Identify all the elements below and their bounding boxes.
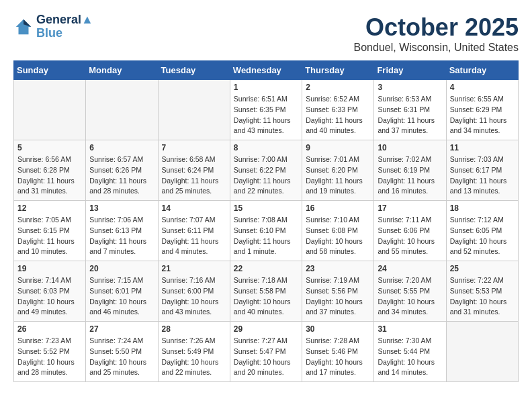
calendar-cell: 15 Sunrise: 7:08 AMSunset: 6:10 PMDaylig… xyxy=(230,201,302,261)
day-info: Sunrise: 7:15 AMSunset: 6:01 PMDaylight:… xyxy=(89,275,154,318)
calendar-cell: 12 Sunrise: 7:05 AMSunset: 6:15 PMDaylig… xyxy=(14,201,86,261)
day-info: Sunrise: 7:10 AMSunset: 6:08 PMDaylight:… xyxy=(306,215,370,257)
day-info: Sunrise: 7:01 AMSunset: 6:20 PMDaylight:… xyxy=(306,154,370,197)
calendar-cell: 7 Sunrise: 6:58 AMSunset: 6:24 PMDayligh… xyxy=(158,140,230,201)
calendar-cell: 26 Sunrise: 7:23 AMSunset: 5:52 PMDaylig… xyxy=(14,322,86,382)
calendar-cell: 20 Sunrise: 7:15 AMSunset: 6:01 PMDaylig… xyxy=(86,261,158,322)
day-info: Sunrise: 7:00 AMSunset: 6:22 PMDaylight:… xyxy=(234,154,298,197)
day-number: 30 xyxy=(306,324,370,334)
day-number: 22 xyxy=(234,264,298,273)
calendar-cell: 27 Sunrise: 7:24 AMSunset: 5:50 PMDaylig… xyxy=(86,322,158,382)
day-number: 2 xyxy=(306,83,370,92)
day-info: Sunrise: 7:06 AMSunset: 6:13 PMDaylight:… xyxy=(89,215,154,257)
calendar-cell: 28 Sunrise: 7:26 AMSunset: 5:49 PMDaylig… xyxy=(158,322,230,382)
day-number: 11 xyxy=(450,143,515,152)
day-number: 7 xyxy=(162,143,226,152)
day-header-tuesday: Tuesday xyxy=(158,61,230,80)
day-info: Sunrise: 6:51 AMSunset: 6:35 PMDaylight:… xyxy=(234,94,298,136)
day-info: Sunrise: 7:28 AMSunset: 5:46 PMDaylight:… xyxy=(306,336,370,378)
day-info: Sunrise: 7:18 AMSunset: 5:58 PMDaylight:… xyxy=(234,275,298,318)
calendar-cell: 8 Sunrise: 7:00 AMSunset: 6:22 PMDayligh… xyxy=(230,140,302,201)
day-number: 4 xyxy=(450,83,515,92)
title-block: October 2025 Bonduel, Wisconsin, United … xyxy=(354,13,519,54)
day-info: Sunrise: 7:14 AMSunset: 6:03 PMDaylight:… xyxy=(17,275,82,318)
day-info: Sunrise: 7:20 AMSunset: 5:55 PMDaylight:… xyxy=(378,275,442,318)
calendar-cell: 13 Sunrise: 7:06 AMSunset: 6:13 PMDaylig… xyxy=(86,201,158,261)
calendar-cell: 1 Sunrise: 6:51 AMSunset: 6:35 PMDayligh… xyxy=(230,80,302,140)
calendar-cell: 29 Sunrise: 7:27 AMSunset: 5:47 PMDaylig… xyxy=(230,322,302,382)
calendar-cell: 22 Sunrise: 7:18 AMSunset: 5:58 PMDaylig… xyxy=(230,261,302,322)
day-number: 31 xyxy=(378,324,442,334)
day-info: Sunrise: 6:58 AMSunset: 6:24 PMDaylight:… xyxy=(162,154,226,197)
day-info: Sunrise: 6:56 AMSunset: 6:28 PMDaylight:… xyxy=(17,154,82,197)
day-number: 10 xyxy=(378,143,442,152)
day-header-friday: Friday xyxy=(374,61,446,80)
day-number: 1 xyxy=(234,83,298,92)
day-info: Sunrise: 7:24 AMSunset: 5:50 PMDaylight:… xyxy=(89,336,154,378)
day-info: Sunrise: 7:30 AMSunset: 5:44 PMDaylight:… xyxy=(378,336,442,378)
day-number: 3 xyxy=(378,83,442,92)
day-number: 15 xyxy=(234,203,298,213)
calendar-cell: 3 Sunrise: 6:53 AMSunset: 6:31 PMDayligh… xyxy=(374,80,446,140)
day-info: Sunrise: 7:02 AMSunset: 6:19 PMDaylight:… xyxy=(378,154,442,197)
calendar-cell: 9 Sunrise: 7:01 AMSunset: 6:20 PMDayligh… xyxy=(302,140,374,201)
calendar-cell: 16 Sunrise: 7:10 AMSunset: 6:08 PMDaylig… xyxy=(302,201,374,261)
calendar-cell xyxy=(446,322,518,382)
day-header-wednesday: Wednesday xyxy=(230,61,302,80)
calendar-cell: 6 Sunrise: 6:57 AMSunset: 6:26 PMDayligh… xyxy=(86,140,158,201)
day-header-monday: Monday xyxy=(86,61,158,80)
calendar-cell: 24 Sunrise: 7:20 AMSunset: 5:55 PMDaylig… xyxy=(374,261,446,322)
day-number: 20 xyxy=(89,264,154,273)
calendar-cell: 23 Sunrise: 7:19 AMSunset: 5:56 PMDaylig… xyxy=(302,261,374,322)
day-number: 28 xyxy=(162,324,226,334)
day-number: 29 xyxy=(234,324,298,334)
calendar-cell: 31 Sunrise: 7:30 AMSunset: 5:44 PMDaylig… xyxy=(374,322,446,382)
day-info: Sunrise: 7:11 AMSunset: 6:06 PMDaylight:… xyxy=(378,215,442,257)
day-number: 12 xyxy=(17,203,82,213)
day-info: Sunrise: 7:03 AMSunset: 6:17 PMDaylight:… xyxy=(450,154,515,197)
day-number: 25 xyxy=(450,264,515,273)
day-info: Sunrise: 7:08 AMSunset: 6:10 PMDaylight:… xyxy=(234,215,298,257)
calendar-cell xyxy=(158,80,230,140)
day-number: 14 xyxy=(162,203,226,213)
day-info: Sunrise: 7:16 AMSunset: 6:00 PMDaylight:… xyxy=(162,275,226,318)
days-header-row: SundayMondayTuesdayWednesdayThursdayFrid… xyxy=(14,61,519,80)
day-number: 18 xyxy=(450,203,515,213)
day-info: Sunrise: 6:57 AMSunset: 6:26 PMDaylight:… xyxy=(89,154,154,197)
day-number: 17 xyxy=(378,203,442,213)
page-header: General▲ Blue October 2025 Bonduel, Wisc… xyxy=(13,13,519,54)
calendar-week-2: 5 Sunrise: 6:56 AMSunset: 6:28 PMDayligh… xyxy=(14,140,519,201)
logo-icon xyxy=(13,17,34,37)
calendar-week-5: 26 Sunrise: 7:23 AMSunset: 5:52 PMDaylig… xyxy=(14,322,519,382)
day-header-saturday: Saturday xyxy=(446,61,518,80)
day-number: 26 xyxy=(17,324,82,334)
calendar-cell: 11 Sunrise: 7:03 AMSunset: 6:17 PMDaylig… xyxy=(446,140,518,201)
calendar-week-3: 12 Sunrise: 7:05 AMSunset: 6:15 PMDaylig… xyxy=(14,201,519,261)
month-title: October 2025 xyxy=(354,13,519,42)
day-header-thursday: Thursday xyxy=(302,61,374,80)
location: Bonduel, Wisconsin, United States xyxy=(354,42,519,54)
day-info: Sunrise: 7:27 AMSunset: 5:47 PMDaylight:… xyxy=(234,336,298,378)
day-number: 16 xyxy=(306,203,370,213)
day-info: Sunrise: 7:05 AMSunset: 6:15 PMDaylight:… xyxy=(17,215,82,257)
calendar-cell xyxy=(86,80,158,140)
day-number: 27 xyxy=(89,324,154,334)
calendar-cell: 25 Sunrise: 7:22 AMSunset: 5:53 PMDaylig… xyxy=(446,261,518,322)
calendar-cell: 4 Sunrise: 6:55 AMSunset: 6:29 PMDayligh… xyxy=(446,80,518,140)
calendar-cell: 19 Sunrise: 7:14 AMSunset: 6:03 PMDaylig… xyxy=(14,261,86,322)
day-info: Sunrise: 6:53 AMSunset: 6:31 PMDaylight:… xyxy=(378,94,442,136)
day-info: Sunrise: 7:07 AMSunset: 6:11 PMDaylight:… xyxy=(162,215,226,257)
logo-text: General▲ Blue xyxy=(36,13,93,40)
calendar-cell: 2 Sunrise: 6:52 AMSunset: 6:33 PMDayligh… xyxy=(302,80,374,140)
calendar-cell: 17 Sunrise: 7:11 AMSunset: 6:06 PMDaylig… xyxy=(374,201,446,261)
day-number: 8 xyxy=(234,143,298,152)
day-number: 9 xyxy=(306,143,370,152)
day-number: 19 xyxy=(17,264,82,273)
logo: General▲ Blue xyxy=(13,13,93,40)
calendar-week-4: 19 Sunrise: 7:14 AMSunset: 6:03 PMDaylig… xyxy=(14,261,519,322)
calendar-cell: 14 Sunrise: 7:07 AMSunset: 6:11 PMDaylig… xyxy=(158,201,230,261)
day-number: 6 xyxy=(89,143,154,152)
calendar-week-1: 1 Sunrise: 6:51 AMSunset: 6:35 PMDayligh… xyxy=(14,80,519,140)
calendar-table: SundayMondayTuesdayWednesdayThursdayFrid… xyxy=(13,60,519,382)
day-info: Sunrise: 6:55 AMSunset: 6:29 PMDaylight:… xyxy=(450,94,515,136)
